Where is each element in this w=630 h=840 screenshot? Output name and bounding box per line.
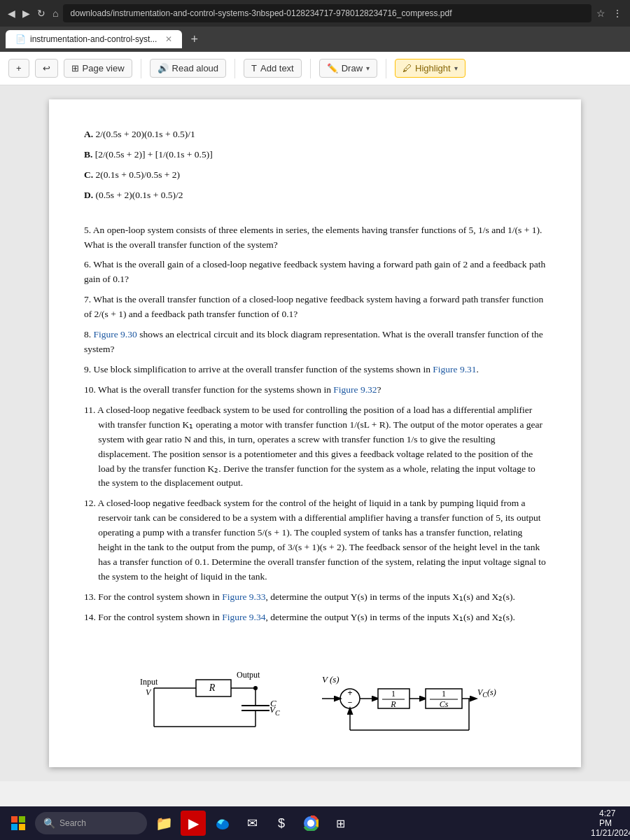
question-13: 13. For the control system shown in Figu… xyxy=(84,590,546,605)
question-5: 5. An open-loop system consists of three… xyxy=(84,223,546,253)
svg-text:VC(s): VC(s) xyxy=(477,687,496,699)
q14-fig-ref: Figure 9.34 xyxy=(222,612,265,622)
svg-text:1: 1 xyxy=(391,689,396,699)
answer-a-text: 2/(0.5s + 20)(0.1s + 0.5)/1 xyxy=(96,129,195,139)
answer-c-label: C. xyxy=(84,169,93,180)
address-text: downloads/instrumentation-and-control-sy… xyxy=(70,8,451,18)
svg-text:R: R xyxy=(390,699,396,709)
nav-back-icon[interactable]: ◀ xyxy=(6,8,18,19)
question-10: 10. What is the overall transfer functio… xyxy=(84,383,546,398)
q6-text: 6. What is the overall gain of a closed-… xyxy=(84,259,545,284)
svg-point-42 xyxy=(307,820,314,827)
nav-forward-icon[interactable]: ▶ xyxy=(20,8,32,19)
taskbar-date: 11/21/2024 xyxy=(591,828,630,838)
taskbar-icon-files[interactable]: 📁 xyxy=(151,811,176,836)
plus-icon: + xyxy=(16,63,22,74)
svg-text:V: V xyxy=(146,687,152,697)
q8-suffix: shows an electrical circuit and its bloc… xyxy=(84,329,543,354)
figure-9-30-block: R VC Output Input V xyxy=(84,639,546,781)
taskbar-icon-dollar[interactable]: $ xyxy=(269,811,294,836)
undo-icon: ↩ xyxy=(43,63,50,74)
taskbar-clock: 4:27 PM 11/21/2024 xyxy=(599,811,624,836)
question-8: 8. Figure 9.30 shows an electrical circu… xyxy=(84,328,546,357)
pen-icon: ✏️ xyxy=(327,63,338,74)
pdf-icon: 📄 xyxy=(15,34,26,44)
add-text-button[interactable]: T Add text xyxy=(244,59,302,78)
address-bar[interactable]: downloads/instrumentation-and-control-sy… xyxy=(63,4,592,22)
svg-rect-38 xyxy=(11,824,18,830)
q10-suffix: ? xyxy=(377,384,382,395)
q9-prefix: 9. Use block simplification to arrive at… xyxy=(84,364,433,374)
separator-3 xyxy=(310,59,311,78)
pdf-page: A. 2/(0.5s + 20)(0.1s + 0.5)/1 B. [2/(0.… xyxy=(49,99,581,767)
circuit-diagram: R VC Output Input V xyxy=(133,646,497,781)
start-button[interactable] xyxy=(6,811,31,836)
question-12: 12. A closed-loop negative feedback syst… xyxy=(84,496,546,584)
active-tab[interactable]: 📄 instrumentation-and-control-syst... ✕ xyxy=(6,30,182,48)
tab-bar: 📄 instrumentation-and-control-syst... ✕ … xyxy=(0,27,630,52)
q10-fig-ref: Figure 9.32 xyxy=(333,384,377,395)
question-11: 11. A closed-loop negative feedback syst… xyxy=(84,403,546,491)
bookmark-icon[interactable]: ☆ xyxy=(594,8,608,19)
svg-text:+: + xyxy=(347,688,352,698)
nav-refresh-icon[interactable]: ↻ xyxy=(35,8,48,19)
draw-chevron-icon: ▾ xyxy=(366,64,370,72)
answer-a: A. 2/(0.5s + 20)(0.1s + 0.5)/1 xyxy=(84,127,546,142)
plus-button[interactable]: + xyxy=(8,59,29,78)
highlight-button[interactable]: 🖊 Highlight ▾ xyxy=(395,59,465,78)
answer-c-text: 2(0.1s + 0.5)/0.5s + 2) xyxy=(96,169,181,180)
answer-a-label: A. xyxy=(84,129,93,139)
taskbar-icon-edge[interactable] xyxy=(210,811,235,836)
svg-rect-36 xyxy=(11,816,18,822)
question-9: 9. Use block simplification to arrive at… xyxy=(84,363,546,377)
svg-text:C: C xyxy=(270,698,276,708)
q8-prefix: 8. xyxy=(84,329,94,340)
close-tab-icon[interactable]: ✕ xyxy=(165,34,172,44)
separator-4 xyxy=(386,59,386,78)
pdf-toolbar: + ↩ ⊞ Page view 🔊 Read aloud T Add text … xyxy=(0,52,630,85)
taskbar-icon-chrome[interactable] xyxy=(298,811,323,836)
separator-2 xyxy=(234,59,235,78)
draw-button[interactable]: ✏️ Draw ▾ xyxy=(319,59,377,78)
taskbar-icon-mail[interactable]: ✉ xyxy=(239,811,265,836)
svg-text:1: 1 xyxy=(442,689,446,699)
taskbar-icon-media[interactable]: ▶ xyxy=(181,811,206,836)
svg-text:Output: Output xyxy=(237,670,260,680)
question-6: 6. What is the overall gain of a closed-… xyxy=(84,258,546,287)
q14-prefix: 14. For the control system shown in xyxy=(84,612,222,622)
tab-label: instrumentation-and-control-syst... xyxy=(30,34,157,44)
highlight-icon: 🖊 xyxy=(402,63,412,74)
undo-button[interactable]: ↩ xyxy=(35,59,58,78)
taskbar-time: 4:27 PM xyxy=(599,808,624,828)
svg-rect-39 xyxy=(19,824,25,830)
pages-icon: ⊞ xyxy=(71,63,79,74)
read-aloud-button[interactable]: 🔊 Read aloud xyxy=(150,59,227,78)
new-tab-icon[interactable]: + xyxy=(186,32,202,47)
settings-icon[interactable]: ⋮ xyxy=(610,8,624,19)
separator-1 xyxy=(141,59,141,78)
q11-text: 11. A closed-loop negative feedback syst… xyxy=(84,405,542,489)
taskbar-search-icon: 🔍 xyxy=(43,818,55,829)
answer-d-text: (0.5s + 2)(0.1s + 0.5)/2 xyxy=(96,190,183,200)
q9-suffix: . xyxy=(477,364,479,374)
q12-text: 12. A closed-loop negative feedback syst… xyxy=(84,498,546,582)
taskbar-icon-widget[interactable]: ⊞ xyxy=(328,811,353,836)
view-button[interactable]: ⊞ Page view xyxy=(64,59,132,78)
question-14: 14. For the control system shown in Figu… xyxy=(84,610,546,625)
taskbar: 🔍 📁 ▶ ✉ $ ⊞ 4:27 PM 11/21/2024 xyxy=(0,806,630,840)
read-aloud-label: Read aloud xyxy=(172,63,219,74)
draw-label: Draw xyxy=(342,63,363,74)
pdf-content: A. 2/(0.5s + 20)(0.1s + 0.5)/1 B. [2/(0.… xyxy=(0,85,630,781)
text-icon: T xyxy=(251,63,257,74)
taskbar-search-box[interactable]: 🔍 xyxy=(35,812,147,834)
q13-prefix: 13. For the control system shown in xyxy=(84,592,222,602)
q14-suffix: , determine the output Y(s) in terms of … xyxy=(266,612,515,622)
q13-suffix: , determine the output Y(s) in terms of … xyxy=(266,592,515,602)
taskbar-search-input[interactable] xyxy=(59,818,139,828)
nav-home-icon[interactable]: ⌂ xyxy=(50,8,60,19)
q13-fig-ref: Figure 9.33 xyxy=(222,592,265,602)
highlight-chevron-icon: ▾ xyxy=(454,64,458,72)
page-view-label: Page view xyxy=(83,63,125,74)
svg-text:V (s): V (s) xyxy=(322,674,340,685)
q7-text: 7. What is the overall transfer function… xyxy=(84,294,543,319)
